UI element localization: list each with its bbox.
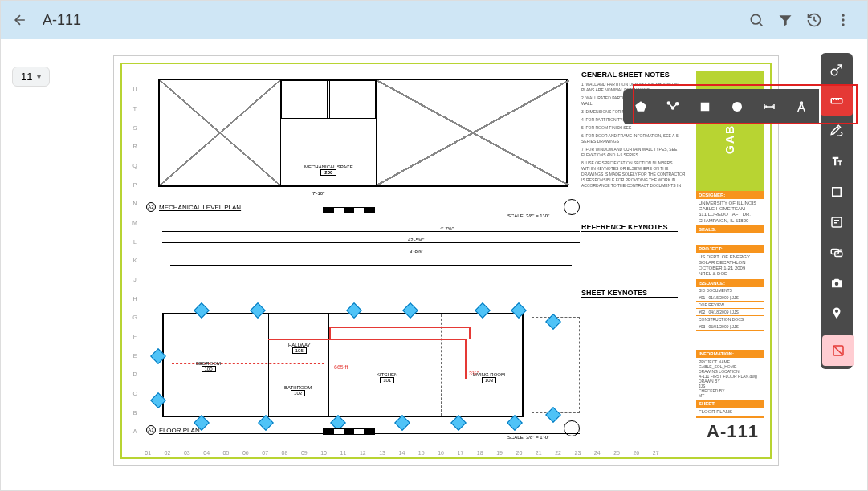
camera-icon <box>829 276 844 290</box>
polyline-tool[interactable] <box>657 91 689 123</box>
search-icon <box>748 12 764 28</box>
more-button[interactable] <box>829 6 858 34</box>
svg-point-17 <box>801 102 803 104</box>
history-button[interactable] <box>800 6 829 34</box>
scale-bar-lower <box>323 428 375 435</box>
edit-tool[interactable] <box>821 116 853 146</box>
annotation-toolbar <box>821 53 853 369</box>
link-tool[interactable] <box>821 237 853 268</box>
dim-label: 7'-10" <box>312 191 324 196</box>
scale-label-lower: SCALE: 3/8" = 1'-0" <box>507 435 549 440</box>
link-icon <box>829 246 844 260</box>
text-icon <box>829 154 844 168</box>
pentagon-icon <box>634 99 648 114</box>
svg-rect-15 <box>701 103 710 112</box>
shape-tool[interactable] <box>821 177 853 207</box>
scale-label-upper: SCALE: 3/8" = 1'-0" <box>507 213 549 218</box>
floor-plan: 4'-7⅝" 42'-5⅝" 3'-8⅞" <box>154 289 604 441</box>
plan-tag-upper: A2 MECHANICAL LEVEL PLAN <box>146 202 241 212</box>
circle-tool[interactable] <box>721 91 753 123</box>
mechanical-plan: MECHANICAL SPACE 200 7'-10" <box>158 79 568 187</box>
ruler-bottom: 0102030405060708091011121314151617181920… <box>138 450 666 456</box>
svg-point-4 <box>831 69 837 75</box>
history-icon <box>806 12 822 28</box>
titleblock: GABLE DESIGNER: UNIVERSITY OF ILLINOIS G… <box>696 71 764 451</box>
polygon-tool[interactable] <box>625 91 657 123</box>
general-notes-header: GENERAL SHEET NOTES <box>581 71 678 79</box>
layers-icon <box>829 63 844 77</box>
ruler-left: UTSRQPNMLKJHGFEDCBA <box>132 80 138 441</box>
note-icon <box>829 215 844 229</box>
sheet-number: A-111 <box>696 418 764 444</box>
calibrate-tool[interactable] <box>785 91 817 123</box>
filter-icon <box>777 12 793 28</box>
svg-point-3 <box>842 23 844 26</box>
pin-icon <box>829 306 844 321</box>
svg-point-16 <box>732 102 742 112</box>
measure-flyout <box>623 89 819 124</box>
rectangle-tool[interactable] <box>689 91 721 123</box>
square-outline-icon <box>829 185 844 199</box>
ruler-icon <box>829 93 844 108</box>
north-arrow-upper <box>564 199 580 215</box>
chevron-down-icon: ▾ <box>37 72 41 81</box>
reference-keynotes-header: REFERENCE KEYNOTES <box>581 223 678 232</box>
layers-tool[interactable] <box>821 55 853 85</box>
compass-icon <box>794 99 809 114</box>
measure-tool[interactable] <box>821 85 853 116</box>
search-button[interactable] <box>742 6 771 34</box>
svg-rect-6 <box>833 188 842 197</box>
circle-icon <box>730 99 744 114</box>
pin-tool[interactable] <box>821 298 853 329</box>
sheet-selector-value: 11 <box>21 71 32 83</box>
dimension-icon <box>762 99 776 114</box>
arrow-left-icon <box>12 12 28 28</box>
scale-bar-upper <box>323 207 375 213</box>
more-vertical-icon <box>835 12 851 28</box>
mech-space-label: MECHANICAL SPACE 200 <box>304 164 353 176</box>
svg-point-0 <box>751 14 760 24</box>
north-arrow-lower <box>564 420 580 436</box>
eraser-icon <box>831 343 846 358</box>
filter-button[interactable] <box>771 6 800 34</box>
svg-point-1 <box>842 14 844 17</box>
svg-point-10 <box>835 282 839 286</box>
plan-tag-lower: A1 FLOOR PLAN <box>146 425 200 435</box>
page-title: A-111 <box>43 12 81 29</box>
square-icon <box>698 99 712 114</box>
dimension-tool[interactable] <box>753 91 785 123</box>
text-tool[interactable] <box>821 146 853 177</box>
note-tool[interactable] <box>821 207 853 237</box>
app-header: A-111 <box>1 1 867 39</box>
polyline-icon <box>666 99 680 114</box>
back-button[interactable] <box>10 10 30 30</box>
sheet-selector[interactable]: 11 ▾ <box>12 67 50 87</box>
svg-point-2 <box>842 18 844 21</box>
eraser-tool[interactable] <box>822 335 854 366</box>
edit-icon <box>829 124 844 138</box>
camera-tool[interactable] <box>821 268 853 298</box>
